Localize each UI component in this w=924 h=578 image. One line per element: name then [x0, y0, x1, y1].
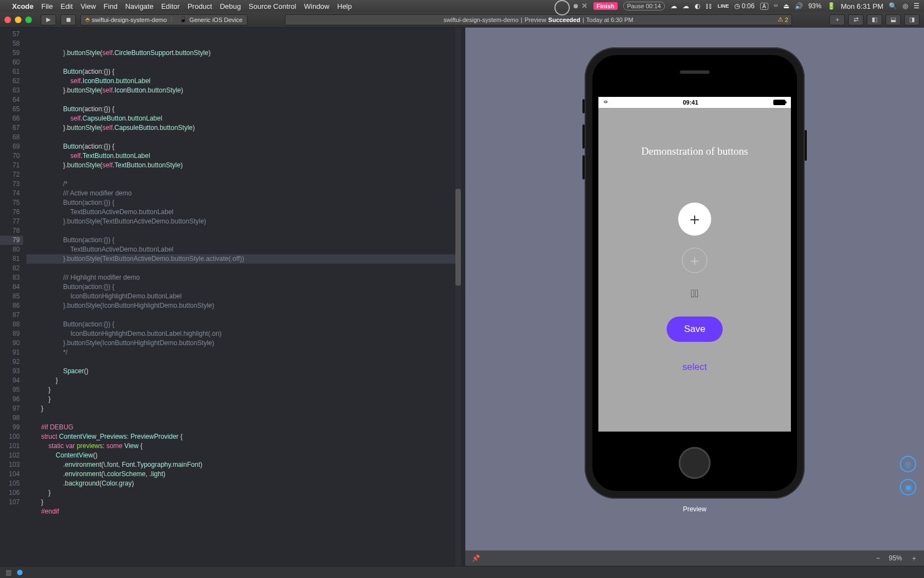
- menu-find[interactable]: Find: [103, 2, 117, 10]
- canvas-footer: 📌 − 95% ＋: [465, 550, 924, 566]
- zoom-level[interactable]: 95%: [889, 554, 902, 562]
- select-text-button[interactable]: select: [683, 362, 707, 373]
- menu-file[interactable]: File: [41, 2, 53, 10]
- menu-product[interactable]: Product: [188, 2, 212, 10]
- cloud2-icon[interactable]: ☁: [683, 2, 689, 10]
- device-icon: 📱: [179, 16, 187, 23]
- preview-canvas[interactable]: ⌔ 09:41 Demonstration of buttons ＋ ＋ ⇧⃞ …: [465, 28, 924, 550]
- macos-menubar: Xcode FileEditViewFindNavigateEditorProd…: [0, 0, 924, 12]
- demo-title: Demonstration of buttons: [641, 145, 748, 157]
- swift-icon: ⬘: [85, 16, 90, 23]
- minimap-scrollbar[interactable]: [455, 28, 461, 566]
- device-frame: ⌔ 09:41 Demonstration of buttons ＋ ＋ ⇧⃞ …: [585, 47, 805, 499]
- menu-edit[interactable]: Edit: [61, 2, 73, 10]
- panel-toggle-icon[interactable]: ▥: [6, 569, 12, 576]
- save-capsule-button[interactable]: Save: [667, 317, 723, 342]
- bottom-bar: ▥: [0, 566, 924, 578]
- menu-navigate[interactable]: Navigate: [125, 2, 153, 10]
- menu-window[interactable]: Window: [304, 2, 329, 10]
- code-editor[interactable]: 5758596061626364656667686970717273747576…: [0, 28, 461, 566]
- menu-help[interactable]: Help: [337, 2, 352, 10]
- clock[interactable]: Mon 6:31 PM: [841, 2, 883, 10]
- right-panel-toggle[interactable]: ◨: [904, 14, 920, 25]
- preview-pane: ⌔ 09:41 Demonstration of buttons ＋ ＋ ⇧⃞ …: [461, 28, 924, 566]
- filter-dot-icon[interactable]: [17, 570, 23, 575]
- device-status-bar: ⌔ 09:41: [598, 97, 791, 108]
- menubar-app-icon[interactable]: ⫿⫿: [706, 2, 712, 10]
- line-icon[interactable]: LINE: [718, 3, 729, 9]
- plus-icon: ＋: [686, 208, 703, 231]
- app-name[interactable]: Xcode: [12, 2, 34, 10]
- bottom-panel-toggle[interactable]: ⬓: [886, 14, 901, 25]
- scheme-selector[interactable]: ⬘ swiftui-design-system-demo 〉 📱 Generic…: [80, 14, 248, 25]
- device-time: 09:41: [683, 99, 698, 106]
- battery-icon: [773, 100, 785, 105]
- record-icon[interactable]: ⏺ ✕: [573, 2, 587, 10]
- pause-badge[interactable]: Pause 00:14: [623, 2, 665, 10]
- add-button[interactable]: ＋: [829, 14, 845, 25]
- circle-outline-add-button[interactable]: ＋: [682, 248, 707, 273]
- menu-debug[interactable]: Debug: [220, 2, 241, 10]
- left-panel-toggle[interactable]: ◧: [867, 14, 882, 25]
- control-center-icon[interactable]: ☰: [914, 2, 920, 10]
- circle-add-button[interactable]: ＋: [678, 203, 711, 236]
- wifi-icon: ⌔: [604, 99, 608, 106]
- preview-label: Preview: [585, 505, 805, 513]
- library-button[interactable]: ⇄: [848, 14, 864, 25]
- preview-overlay-button-2[interactable]: ▣: [900, 479, 916, 495]
- pin-icon[interactable]: 📌: [472, 554, 480, 562]
- plus-icon: ＋: [688, 251, 702, 270]
- window-controls[interactable]: [4, 17, 32, 23]
- finish-badge[interactable]: Finish: [593, 2, 618, 10]
- warning-indicator[interactable]: ⚠ 2: [778, 16, 788, 23]
- stop-button[interactable]: ◼: [61, 14, 76, 25]
- zoom-in-button[interactable]: ＋: [911, 554, 917, 563]
- activity-status: swiftui-design-system-demo | Preview Suc…: [285, 14, 792, 25]
- eject-icon[interactable]: ⏏: [783, 2, 789, 10]
- home-button[interactable]: [679, 447, 711, 479]
- menu-editor[interactable]: Editor: [161, 2, 180, 10]
- zoom-out-button[interactable]: −: [876, 554, 880, 562]
- sync-icon[interactable]: ◐: [695, 2, 700, 10]
- xcode-toolbar: ▶ ◼ ⬘ swiftui-design-system-demo 〉 📱 Gen…: [0, 12, 924, 28]
- run-button[interactable]: ▶: [41, 14, 56, 25]
- menu-source-control[interactable]: Source Control: [249, 2, 296, 10]
- wifi-icon[interactable]: ⌔: [774, 2, 778, 10]
- volume-icon[interactable]: 🔊: [795, 2, 803, 10]
- siri-icon[interactable]: ◎: [903, 2, 908, 10]
- input-icon[interactable]: A: [760, 3, 768, 10]
- timer-icon[interactable]: ◷ 0:06: [734, 2, 755, 10]
- battery-percent: 93%: [809, 2, 822, 10]
- share-icon-button[interactable]: ⇧⃞: [691, 287, 699, 300]
- cloud-icon[interactable]: ☁: [670, 2, 677, 10]
- spotlight-icon[interactable]: 🔍: [889, 2, 897, 10]
- preview-overlay-button-1[interactable]: ◎: [900, 456, 916, 472]
- battery-icon[interactable]: 🔋: [827, 2, 835, 10]
- menu-view[interactable]: View: [80, 2, 96, 10]
